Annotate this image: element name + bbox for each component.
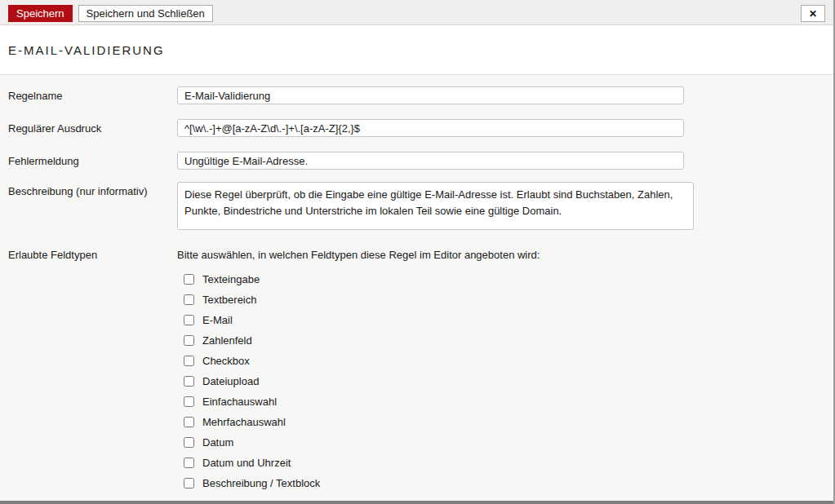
regex-label: Regulärer Ausdruck [8, 119, 177, 135]
fieldtype-option-zahlenfeld[interactable]: Zahlenfeld [177, 330, 540, 351]
fieldtype-option-textbereich[interactable]: Textbereich [177, 290, 540, 310]
title-bar: E-MAIL-VALIDIERUNG [0, 25, 833, 75]
toolbar: Speichern Speichern und Schließen ✕ [0, 0, 833, 25]
fieldtypes-label: Erlaubte Feldtypen [8, 245, 177, 261]
mehrfachauswahl-checkbox[interactable] [184, 417, 194, 427]
fieldtype-option-beschreibung-textblock[interactable]: Beschreibung / Textblock [177, 473, 540, 493]
form-row-rule-name: Regelname [0, 86, 833, 104]
save-button[interactable]: Speichern [8, 5, 73, 22]
fieldtype-option-dateiupload[interactable]: Dateiupload [177, 371, 540, 391]
form-row-description: Beschreibung (nur informativ) Diese Rege… [0, 182, 833, 230]
fieldtype-option-email[interactable]: E-Mail [177, 310, 540, 330]
error-message-label: Fehlermeldung [8, 152, 177, 167]
zahlenfeld-label: Zahlenfeld [202, 334, 252, 347]
fieldtype-option-einfachauswahl[interactable]: Einfachauswahl [177, 391, 540, 412]
close-icon: ✕ [809, 8, 817, 20]
description-textarea[interactable]: Diese Regel überprüft, ob die Eingabe ei… [177, 182, 694, 230]
texteingabe-checkbox[interactable] [184, 274, 194, 285]
error-message-input[interactable] [177, 152, 684, 170]
checkbox-checkbox[interactable] [184, 356, 194, 366]
textbereich-label: Textbereich [202, 294, 256, 306]
datum-checkbox[interactable] [184, 437, 194, 448]
dateiupload-checkbox[interactable] [184, 376, 194, 387]
einfachauswahl-checkbox[interactable] [184, 396, 194, 407]
fieldtype-option-datum[interactable]: Datum [177, 432, 540, 453]
rule-editor-window: Speichern Speichern und Schließen ✕ E-MA… [0, 0, 835, 504]
datum-uhrzeit-checkbox[interactable] [184, 458, 194, 468]
rule-name-label: Regelname [8, 86, 177, 102]
dateiupload-label: Dateiupload [202, 375, 259, 387]
texteingabe-label: Texteingabe [202, 273, 260, 285]
form-row-regex: Regulärer Ausdruck [0, 119, 833, 137]
form-row-error-message: Fehlermeldung [0, 152, 833, 170]
save-and-close-button[interactable]: Speichern und Schließen [78, 5, 213, 22]
zahlenfeld-checkbox[interactable] [184, 335, 194, 346]
rule-form: Regelname Regulärer Ausdruck Fehlermeldu… [0, 75, 833, 504]
form-row-fieldtypes: Erlaubte Feldtypen Bitte auswählen, in w… [0, 245, 833, 493]
fieldtype-option-mehrfachauswahl[interactable]: Mehrfachauswahl [177, 412, 540, 432]
fieldtype-option-datum-uhrzeit[interactable]: Datum und Uhrzeit [177, 453, 540, 473]
textbereich-checkbox[interactable] [184, 294, 194, 305]
rule-name-input[interactable] [177, 86, 684, 104]
description-label: Beschreibung (nur informativ) [8, 182, 177, 197]
fieldtypes-checkbox-list: Texteingabe Textbereich E-Mail Zahlenfel… [177, 269, 540, 493]
bottom-edge-divider [0, 501, 833, 504]
datum-label: Datum [202, 436, 233, 449]
fieldtype-option-checkbox[interactable]: Checkbox [177, 351, 540, 371]
einfachauswahl-label: Einfachauswahl [202, 396, 277, 408]
fieldtypes-hint: Bitte auswählen, in welchen Feldtypen di… [177, 245, 540, 261]
close-button[interactable]: ✕ [801, 5, 825, 22]
email-label: E-Mail [202, 314, 233, 326]
beschreibung-textblock-checkbox[interactable] [184, 478, 194, 489]
mehrfachauswahl-label: Mehrfachauswahl [202, 416, 286, 428]
page-title: E-MAIL-VALIDIERUNG [8, 43, 165, 57]
fieldtypes-group: Bitte auswählen, in welchen Feldtypen di… [177, 245, 540, 493]
beschreibung-textblock-label: Beschreibung / Textblock [202, 477, 320, 489]
checkbox-label: Checkbox [202, 355, 250, 367]
fieldtype-option-texteingabe[interactable]: Texteingabe [177, 269, 540, 290]
email-checkbox[interactable] [184, 315, 194, 325]
regex-input[interactable] [177, 119, 684, 137]
datum-uhrzeit-label: Datum und Uhrzeit [202, 457, 291, 469]
